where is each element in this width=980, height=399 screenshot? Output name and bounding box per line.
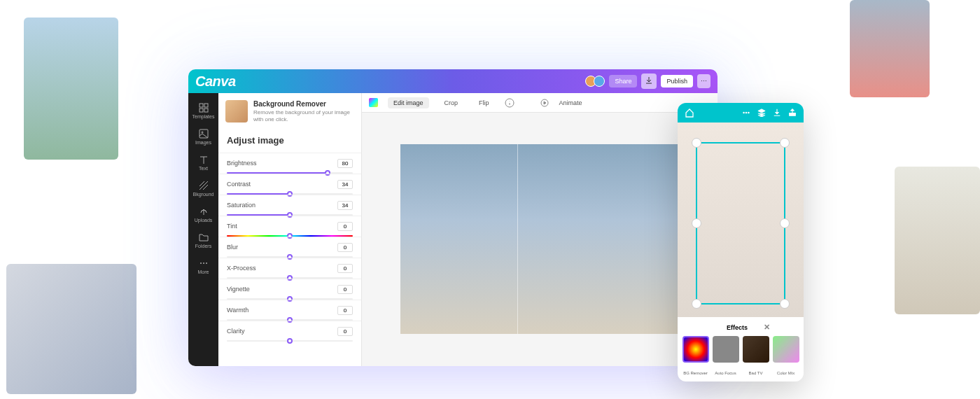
share-icon[interactable] xyxy=(788,108,797,117)
adjustment-x-process: X-Process xyxy=(218,258,361,279)
adjustment-value[interactable] xyxy=(337,264,353,273)
svg-point-12 xyxy=(746,112,748,114)
effects-title: Effects xyxy=(727,324,748,331)
slider-thumb[interactable] xyxy=(287,338,293,344)
resize-handle[interactable] xyxy=(692,138,701,148)
effects-panel: Effects ✕ BG Remover Auto Focus Bad TV C… xyxy=(678,317,804,383)
sidebar-label: More xyxy=(198,270,209,274)
sidebar-item-text[interactable]: Text xyxy=(188,150,218,176)
animate-button[interactable]: Animate xyxy=(554,97,588,108)
decorative-photo xyxy=(850,0,930,97)
adjustment-label: Blur xyxy=(227,244,238,251)
home-icon[interactable] xyxy=(685,108,694,118)
effect-thumbnail xyxy=(743,336,769,363)
sidebar-item-folders[interactable]: Folders xyxy=(188,228,218,254)
sidebar-item-background[interactable]: Bkground xyxy=(188,176,218,202)
effect-bg-remover[interactable]: BG Remover xyxy=(682,336,709,377)
resize-handle[interactable] xyxy=(692,299,701,309)
sidebar-item-templates[interactable]: Templates xyxy=(188,99,218,125)
adjustment-value[interactable] xyxy=(337,327,353,336)
svg-rect-3 xyxy=(204,108,208,112)
adjustment-value[interactable] xyxy=(337,222,353,231)
sidebar-label: Folders xyxy=(195,244,211,248)
animate-icon xyxy=(540,98,550,108)
svg-point-11 xyxy=(743,112,745,114)
adjustment-blur: Blur xyxy=(218,237,361,258)
resize-handle[interactable] xyxy=(780,138,790,148)
effect-label: Color Mix xyxy=(777,371,794,375)
feature-title: Background Remover xyxy=(253,100,354,108)
publish-button[interactable]: Publish xyxy=(661,75,693,88)
adjustment-tint: Tint xyxy=(218,216,361,237)
svg-point-13 xyxy=(748,112,750,114)
mobile-header xyxy=(678,103,804,122)
effect-thumbnail xyxy=(713,336,739,363)
flip-button[interactable]: Flip xyxy=(473,97,495,108)
adjustment-label: Clarity xyxy=(227,328,245,335)
mobile-canvas[interactable] xyxy=(678,122,804,317)
adjustment-label: Warmth xyxy=(227,307,248,314)
more-button[interactable]: ⋯ xyxy=(697,74,710,88)
svg-rect-0 xyxy=(200,104,203,107)
svg-point-6 xyxy=(200,262,202,264)
adjustment-brightness: Brightness xyxy=(218,153,361,174)
resize-handle[interactable] xyxy=(692,218,701,228)
logo[interactable]: Canva xyxy=(195,74,236,90)
decorative-photo xyxy=(24,18,118,160)
slider-track[interactable] xyxy=(227,340,353,342)
effect-thumbnail xyxy=(682,336,709,363)
adjustment-label: Saturation xyxy=(227,202,255,209)
canvas-image[interactable] xyxy=(400,144,679,334)
svg-point-5 xyxy=(202,132,203,133)
edit-image-button[interactable]: Edit image xyxy=(388,97,429,108)
color-picker[interactable] xyxy=(369,98,378,107)
collaborator-avatars[interactable] xyxy=(588,76,605,87)
adjustment-value[interactable] xyxy=(337,201,353,210)
sidebar-item-uploads[interactable]: Uploads xyxy=(188,202,218,228)
panel-title: Adjust image xyxy=(218,131,361,153)
avatar xyxy=(594,76,605,87)
adjustment-vignette: Vignette xyxy=(218,279,361,300)
share-button[interactable]: Share xyxy=(609,75,637,88)
feature-card[interactable]: Background Remover Remove the background… xyxy=(218,93,361,131)
effect-bad-tv[interactable]: Bad TV xyxy=(743,336,769,377)
sidebar-label: Images xyxy=(195,140,211,145)
selection-frame[interactable] xyxy=(696,142,785,304)
adjustment-value[interactable] xyxy=(337,306,353,315)
resize-handle[interactable] xyxy=(780,218,790,228)
more-icon[interactable] xyxy=(742,108,750,117)
effect-label: Bad TV xyxy=(749,371,763,375)
sidebar-label: Text xyxy=(199,166,208,171)
adjustment-saturation: Saturation xyxy=(218,195,361,216)
download-icon[interactable] xyxy=(773,108,781,117)
adjustment-value[interactable] xyxy=(337,180,353,189)
resize-handle[interactable] xyxy=(780,299,790,309)
close-icon[interactable]: ✕ xyxy=(764,323,770,332)
sidebar-label: Bkground xyxy=(193,192,214,197)
sidebar-label: Uploads xyxy=(195,218,213,223)
layers-icon[interactable] xyxy=(757,108,766,117)
info-icon[interactable] xyxy=(505,98,514,108)
effect-label: BG Remover xyxy=(683,371,708,375)
desktop-editor: Canva Share Publish ⋯ Templates Images T… xyxy=(188,69,718,366)
adjustment-label: Tint xyxy=(227,223,237,230)
svg-point-7 xyxy=(203,262,204,264)
adjustment-label: X-Process xyxy=(227,265,256,272)
effect-color-mix[interactable]: Color Mix xyxy=(773,336,799,377)
adjustment-label: Contrast xyxy=(227,181,251,188)
adjustment-value[interactable] xyxy=(337,285,353,294)
effect-label: Auto Focus xyxy=(715,371,736,375)
canvas-toolbar: Edit image Crop Flip Animate xyxy=(362,93,718,113)
adjustment-contrast: Contrast xyxy=(218,174,361,195)
adjustment-clarity: Clarity xyxy=(218,321,361,342)
effect-auto-focus[interactable]: Auto Focus xyxy=(713,336,739,377)
sidebar-item-more[interactable]: More xyxy=(188,254,218,280)
crop-button[interactable]: Crop xyxy=(439,97,464,108)
decorative-photo xyxy=(895,167,980,314)
adjustment-value[interactable] xyxy=(337,159,353,168)
adjustment-value[interactable] xyxy=(337,243,353,252)
download-button[interactable] xyxy=(641,74,657,89)
sidebar-item-images[interactable]: Images xyxy=(188,125,218,150)
svg-rect-2 xyxy=(200,108,203,112)
decorative-photo xyxy=(6,264,136,394)
